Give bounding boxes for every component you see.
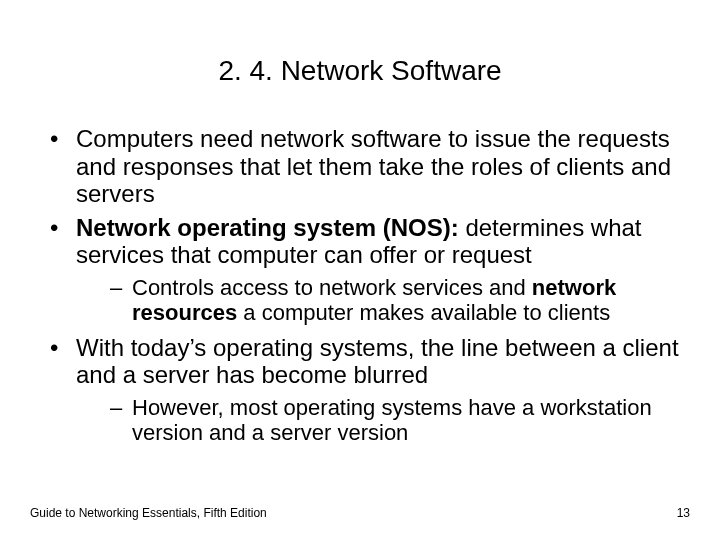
sub-bullet-item: Controls access to network services and … [104,275,690,326]
page-number: 13 [677,506,690,520]
sub-bullet-item: However, most operating systems have a w… [104,395,690,446]
bullet-bold-text: Network operating system (NOS): [76,214,465,241]
sub-bullet-text: a computer makes available to clients [237,300,610,325]
sub-bullet-text: Controls access to network services and [132,275,532,300]
bullet-text: With today’s operating systems, the line… [76,334,679,389]
slide: 2. 4. Network Software Computers need ne… [0,0,720,540]
sub-bullet-list: However, most operating systems have a w… [76,395,690,446]
bullet-item: Computers need network software to issue… [40,125,690,208]
bullet-list: Computers need network software to issue… [30,125,690,445]
bullet-item: With today’s operating systems, the line… [40,334,690,446]
footer-source: Guide to Networking Essentials, Fifth Ed… [30,506,267,520]
bullet-item: Network operating system (NOS): determin… [40,214,690,326]
sub-bullet-text: However, most operating systems have a w… [132,395,652,445]
sub-bullet-list: Controls access to network services and … [76,275,690,326]
slide-title: 2. 4. Network Software [30,55,690,87]
bullet-text: Computers need network software to issue… [76,125,671,207]
